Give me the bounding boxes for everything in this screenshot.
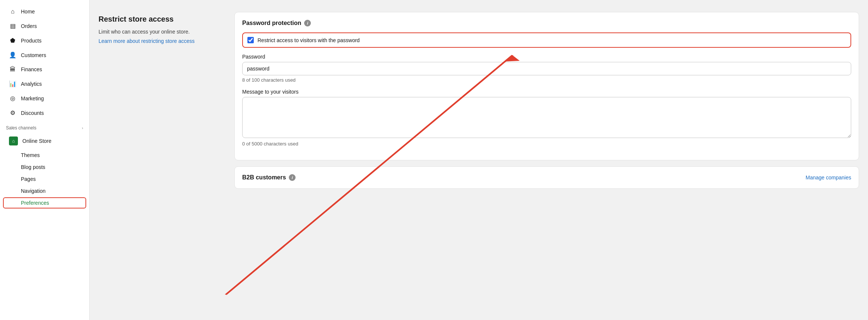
b2b-customers-card: B2B customers i Manage companies <box>234 166 859 189</box>
restrict-access-checkbox-row: Restrict access to visitors with the pas… <box>242 32 851 48</box>
b2b-card-header: B2B customers i Manage companies <box>242 174 851 181</box>
restrict-store-access-title: Restrict store access <box>99 15 225 23</box>
password-input[interactable] <box>242 62 851 75</box>
message-textarea[interactable] <box>242 97 851 138</box>
sidebar-item-products[interactable]: ⬟ Products <box>3 34 86 47</box>
customers-icon: 👤 <box>9 51 16 59</box>
sidebar-item-preferences[interactable]: Preferences <box>3 197 86 208</box>
sidebar-item-discounts[interactable]: ⚙ Discounts <box>3 106 86 120</box>
sidebar-item-themes[interactable]: Themes <box>3 150 86 161</box>
message-field-label: Message to your visitors <box>242 89 851 95</box>
sidebar-label-analytics: Analytics <box>21 81 42 87</box>
right-panel: Password protection i Restrict access to… <box>234 12 859 308</box>
sales-channels-label: Sales channels <box>6 125 36 131</box>
marketing-icon: ◎ <box>9 95 16 102</box>
sales-channels-section[interactable]: Sales channels › <box>0 120 89 133</box>
sidebar-label-pages: Pages <box>21 176 36 182</box>
b2b-title-text: B2B customers <box>242 174 286 181</box>
sidebar-label-orders: Orders <box>21 23 37 29</box>
sidebar-label-products: Products <box>21 38 41 44</box>
sidebar-label-customers: Customers <box>21 52 46 58</box>
password-protection-card-title: Password protection i <box>242 20 851 26</box>
restrict-store-access-description: Limit who can access your online store. <box>99 28 225 36</box>
sidebar-label-themes: Themes <box>21 152 40 158</box>
sidebar-item-blog-posts[interactable]: Blog posts <box>3 161 86 173</box>
analytics-icon: 📊 <box>9 80 16 87</box>
sidebar-item-finances[interactable]: 🏛 Finances <box>3 63 86 76</box>
sidebar-label-discounts: Discounts <box>21 110 44 116</box>
restrict-store-access-panel: Restrict store access Limit who can acce… <box>99 12 225 308</box>
sidebar-label-preferences: Preferences <box>21 200 49 206</box>
sidebar-item-marketing[interactable]: ◎ Marketing <box>3 91 86 105</box>
sidebar-label-navigation: Navigation <box>21 188 46 194</box>
orders-icon: ▤ <box>9 22 16 29</box>
sidebar-item-orders[interactable]: ▤ Orders <box>3 19 86 33</box>
sidebar-item-online-store[interactable]: ⌂ Online Store <box>3 133 86 149</box>
home-icon: ⌂ <box>9 8 16 15</box>
sidebar-label-online-store: Online Store <box>22 138 51 144</box>
restrict-access-checkbox[interactable] <box>247 37 254 43</box>
sidebar-item-analytics[interactable]: 📊 Analytics <box>3 77 86 91</box>
sidebar-item-navigation[interactable]: Navigation <box>3 185 86 197</box>
discounts-icon: ⚙ <box>9 109 16 116</box>
password-protection-card: Password protection i Restrict access to… <box>234 12 859 160</box>
password-protection-title-text: Password protection <box>242 20 301 26</box>
main-content: Restrict store access Limit who can acce… <box>90 0 868 320</box>
learn-more-link[interactable]: Learn more about restricting store acces… <box>99 38 195 44</box>
b2b-info-icon[interactable]: i <box>289 174 296 181</box>
sidebar-item-pages[interactable]: Pages <box>3 173 86 185</box>
sidebar-label-blog-posts: Blog posts <box>21 164 45 170</box>
finances-icon: 🏛 <box>9 66 16 73</box>
password-char-count: 8 of 100 characters used <box>242 77 851 83</box>
chevron-right-icon: › <box>82 126 83 130</box>
sidebar-label-finances: Finances <box>21 66 42 72</box>
sidebar-item-home[interactable]: ⌂ Home <box>3 5 86 18</box>
products-icon: ⬟ <box>9 37 16 44</box>
manage-companies-link[interactable]: Manage companies <box>806 175 851 181</box>
online-store-icon: ⌂ <box>9 137 18 145</box>
sidebar-item-customers[interactable]: 👤 Customers <box>3 48 86 62</box>
b2b-card-title: B2B customers i <box>242 174 296 181</box>
sidebar-label-home: Home <box>21 9 35 15</box>
password-field-label: Password <box>242 54 851 60</box>
sidebar-label-marketing: Marketing <box>21 95 44 101</box>
password-protection-info-icon[interactable]: i <box>304 20 311 26</box>
restrict-access-label: Restrict access to visitors with the pas… <box>257 37 360 43</box>
sidebar: ⌂ Home ▤ Orders ⬟ Products 👤 Customers 🏛… <box>0 0 90 320</box>
message-char-count: 0 of 5000 characters used <box>242 141 851 147</box>
